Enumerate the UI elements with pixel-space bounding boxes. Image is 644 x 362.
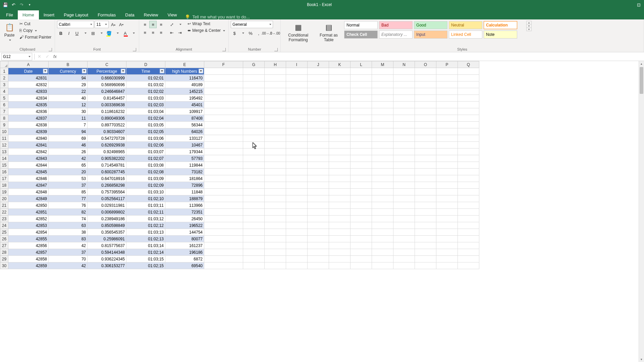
cell[interactable]	[329, 229, 351, 236]
cell[interactable]	[436, 256, 458, 262]
cell[interactable]	[372, 155, 393, 162]
cell[interactable]	[243, 222, 265, 229]
column-header-N[interactable]: N	[393, 61, 415, 68]
cell[interactable]	[393, 182, 415, 189]
cell[interactable]	[204, 155, 243, 162]
row-header[interactable]: 18	[0, 182, 8, 189]
cell[interactable]	[204, 236, 243, 242]
cell[interactable]	[415, 128, 436, 135]
cell[interactable]	[393, 135, 415, 142]
cell[interactable]: 144754	[165, 229, 204, 236]
cell[interactable]	[265, 155, 286, 162]
cell-style-calculation[interactable]: Calculation	[484, 21, 517, 29]
cell[interactable]: 01:02;08	[126, 169, 165, 175]
cut-button[interactable]: ✂Cut	[18, 21, 53, 27]
cell[interactable]	[329, 88, 351, 95]
cell[interactable]	[243, 162, 265, 169]
cell[interactable]	[204, 169, 243, 175]
cell[interactable]: 01:03;04	[126, 108, 165, 115]
cell[interactable]	[204, 68, 243, 75]
cell[interactable]	[372, 256, 393, 262]
cell[interactable]	[286, 242, 308, 249]
cell[interactable]: 42846	[8, 175, 49, 182]
cell[interactable]	[329, 115, 351, 122]
cell[interactable]	[308, 209, 329, 216]
cell[interactable]	[204, 182, 243, 189]
cell[interactable]	[308, 135, 329, 142]
cell[interactable]	[286, 115, 308, 122]
cell[interactable]	[415, 229, 436, 236]
cell[interactable]	[329, 189, 351, 195]
cell[interactable]: 0.647018916	[88, 175, 126, 182]
undo-icon[interactable]: ↶	[11, 2, 16, 7]
column-header-K[interactable]: K	[329, 61, 351, 68]
cell[interactable]	[265, 102, 286, 108]
cell[interactable]	[243, 175, 265, 182]
cell[interactable]	[458, 75, 479, 81]
cell[interactable]: 77	[49, 195, 88, 202]
row-header[interactable]: 4	[0, 88, 8, 95]
cell[interactable]	[393, 75, 415, 81]
column-header-C[interactable]: C	[88, 61, 126, 68]
cell[interactable]	[204, 249, 243, 256]
cell[interactable]: Time	[126, 68, 165, 75]
cell[interactable]	[436, 102, 458, 108]
cell[interactable]	[329, 262, 351, 269]
cell-style-bad[interactable]: Bad	[379, 21, 413, 29]
column-header-P[interactable]: P	[436, 61, 458, 68]
cell[interactable]	[308, 256, 329, 262]
cell[interactable]	[265, 108, 286, 115]
scroll-up-icon[interactable]: ▴	[639, 61, 644, 66]
cell[interactable]: 94	[49, 128, 88, 135]
cell[interactable]: 53	[49, 175, 88, 182]
cell[interactable]	[265, 162, 286, 169]
cell[interactable]: 22	[49, 88, 88, 95]
cell[interactable]	[329, 256, 351, 262]
cell-style-check-cell[interactable]: Check Cell	[344, 31, 378, 39]
cell[interactable]	[265, 242, 286, 249]
column-header-B[interactable]: B	[49, 61, 88, 68]
cell[interactable]	[329, 182, 351, 189]
cell[interactable]	[308, 236, 329, 242]
cell[interactable]	[458, 162, 479, 169]
cell[interactable]: 42859	[8, 262, 49, 269]
format-as-table-button[interactable]: ▤ Format as Table	[315, 21, 342, 44]
cell[interactable]: 38	[49, 229, 88, 236]
cell[interactable]	[265, 122, 286, 128]
cell[interactable]: 42849	[8, 195, 49, 202]
borders-dropdown[interactable]	[97, 29, 105, 37]
clipboard-dialog-launcher[interactable]	[49, 48, 52, 51]
cell[interactable]	[308, 88, 329, 95]
cell[interactable]	[351, 202, 372, 209]
cell[interactable]	[415, 148, 436, 155]
cell[interactable]	[372, 122, 393, 128]
cell[interactable]	[351, 189, 372, 195]
cell[interactable]	[372, 229, 393, 236]
cell[interactable]	[351, 182, 372, 189]
cell[interactable]	[393, 68, 415, 75]
row-header[interactable]: 15	[0, 162, 8, 169]
cell[interactable]: 83	[49, 236, 88, 242]
cell[interactable]	[415, 249, 436, 256]
cell[interactable]	[372, 182, 393, 189]
column-header-L[interactable]: L	[351, 61, 372, 68]
cell[interactable]: 0.850598849	[88, 222, 126, 229]
cell[interactable]: 63	[49, 222, 88, 229]
tab-page-layout[interactable]: Page Layout	[59, 10, 93, 19]
cell[interactable]: 26	[49, 148, 88, 155]
cell[interactable]: 01:03;15	[126, 256, 165, 262]
number-format-combo[interactable]: General	[231, 21, 273, 28]
cell[interactable]	[286, 182, 308, 189]
cell[interactable]	[243, 75, 265, 81]
cell[interactable]	[265, 115, 286, 122]
cell[interactable]: 94	[49, 75, 88, 81]
cell[interactable]	[308, 148, 329, 155]
cell[interactable]: 72896	[165, 182, 204, 189]
cell[interactable]: 0.306153277	[88, 262, 126, 269]
cell[interactable]	[351, 256, 372, 262]
cell[interactable]	[308, 102, 329, 108]
cell[interactable]: 01:02;04	[126, 115, 165, 122]
cell[interactable]	[265, 68, 286, 75]
cell[interactable]	[308, 249, 329, 256]
cell[interactable]: 01:02;10	[126, 195, 165, 202]
